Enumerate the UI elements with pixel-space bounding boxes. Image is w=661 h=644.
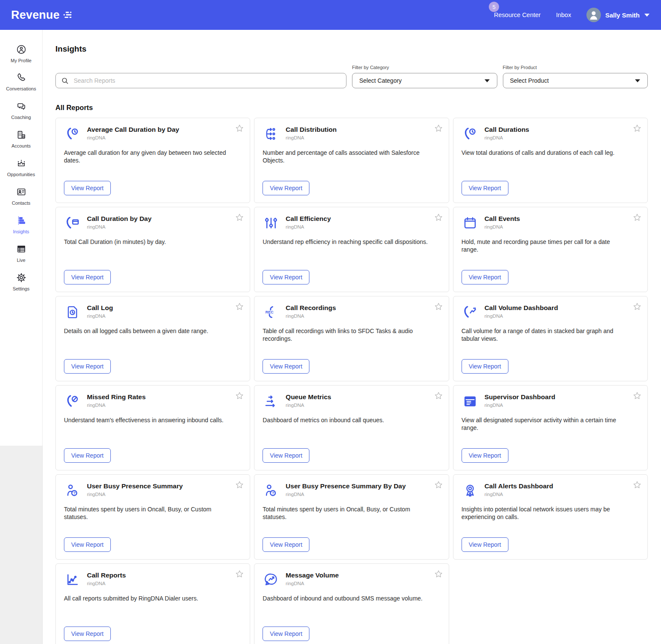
report-title: Supervisor Dashboard	[485, 393, 555, 401]
report-source: ringDNA	[485, 135, 529, 140]
view-report-button[interactable]: View Report	[64, 448, 111, 463]
favorite-star-icon[interactable]	[434, 302, 443, 311]
view-report-button[interactable]: View Report	[462, 181, 508, 195]
report-title: Call Distribution	[286, 126, 337, 134]
favorite-star-icon[interactable]	[632, 480, 642, 490]
favorite-star-icon[interactable]	[632, 302, 642, 311]
sidebar-item-settings[interactable]: Settings	[0, 267, 42, 296]
sidebar-item-label: Contacts	[12, 200, 30, 206]
view-report-button[interactable]: View Report	[263, 627, 309, 641]
report-description: Average call duration for any given day …	[64, 149, 242, 164]
category-select[interactable]: Select Category	[352, 73, 497, 88]
user-name: Sally Smith	[605, 12, 640, 19]
notification-count-badge: 5	[489, 2, 499, 12]
report-source: ringDNA	[87, 224, 152, 229]
inbox-link[interactable]: Inbox	[556, 12, 571, 18]
queue-arrows-icon	[263, 393, 280, 410]
report-title: Call Durations	[485, 126, 529, 134]
sidebar-item-label: Accounts	[12, 143, 31, 148]
page-title: Insights	[55, 44, 648, 54]
favorite-star-icon[interactable]	[235, 480, 244, 490]
report-title: Missed Ring Rates	[87, 393, 146, 401]
crown-icon	[16, 158, 27, 169]
sidebar: My Profile Conversations Coaching Accoun…	[0, 30, 43, 446]
report-card-call-recordings: REC Call Recordings ringDNA Table of cal…	[254, 296, 449, 381]
view-report-button[interactable]: View Report	[263, 181, 309, 195]
report-card-call-durations: Call Durations ringDNA View total durati…	[453, 118, 648, 203]
sidebar-item-contacts[interactable]: Contacts	[0, 182, 42, 210]
brand-mark-icon	[63, 9, 73, 22]
view-report-button[interactable]: View Report	[462, 270, 508, 284]
report-description: Dashboard of inbound and outbound SMS me…	[263, 595, 440, 602]
favorite-star-icon[interactable]	[434, 391, 443, 400]
view-report-button[interactable]: View Report	[462, 537, 508, 552]
report-source: ringDNA	[485, 313, 558, 319]
report-source: ringDNA	[87, 135, 179, 140]
all-reports-heading: All Reports	[55, 104, 648, 112]
user-menu[interactable]: Sally Smith	[586, 8, 650, 22]
report-card-call-alerts-dashboard: Call Alerts Dashboard ringDNA Insights i…	[453, 474, 648, 560]
reports-grid: Average Call Duration by Day ringDNA Ave…	[55, 118, 648, 644]
view-report-button[interactable]: View Report	[263, 359, 309, 374]
line-chart-icon	[64, 571, 81, 588]
favorite-star-icon[interactable]	[235, 391, 244, 400]
view-report-button[interactable]: View Report	[263, 537, 309, 552]
favorite-star-icon[interactable]	[235, 569, 244, 579]
sidebar-item-live[interactable]: Live	[0, 239, 42, 267]
report-description: Table of call recordings with links to S…	[263, 327, 440, 342]
view-report-button[interactable]: View Report	[263, 270, 309, 284]
report-title: Average Call Duration by Day	[87, 126, 179, 134]
favorite-star-icon[interactable]	[434, 124, 443, 133]
sidebar-item-insights[interactable]: Insights	[0, 210, 42, 239]
sidebar-item-opportunities[interactable]: Opportunities	[0, 153, 42, 182]
view-report-button[interactable]: View Report	[64, 537, 111, 552]
favorite-star-icon[interactable]	[235, 124, 244, 133]
report-title: Call Alerts Dashboard	[485, 482, 553, 490]
view-report-button[interactable]: View Report	[64, 270, 111, 284]
report-source: ringDNA	[485, 492, 553, 497]
report-description: Call volume for a range of dates in stac…	[462, 327, 639, 342]
sidebar-item-coaching[interactable]: Coaching	[0, 96, 42, 125]
sliders-icon	[263, 215, 280, 232]
sidebar-item-label: My Profile	[11, 58, 32, 63]
sidebar-item-conversations[interactable]: Conversations	[0, 68, 42, 96]
view-report-button[interactable]: View Report	[462, 359, 508, 374]
favorite-star-icon[interactable]	[632, 391, 642, 400]
search-box	[55, 73, 346, 88]
view-report-button[interactable]: View Report	[64, 181, 111, 195]
category-select-value: Select Category	[359, 77, 402, 84]
view-report-button[interactable]: View Report	[263, 448, 309, 463]
resource-center-link[interactable]: Resource Center	[494, 12, 541, 18]
favorite-star-icon[interactable]	[632, 213, 642, 222]
product-select[interactable]: Select Product	[503, 73, 648, 88]
report-title: Queue Metrics	[286, 393, 331, 401]
sidebar-item-my-profile[interactable]: My Profile	[0, 39, 42, 68]
product-select-value: Select Product	[510, 77, 549, 84]
main-content: Insights Filter by Category Select Categ…	[43, 30, 661, 644]
phone-icon	[16, 73, 26, 83]
report-card-call-volume-dashboard: Call Volume Dashboard ringDNA Call volum…	[453, 296, 648, 381]
sidebar-item-label: Coaching	[11, 115, 31, 120]
phone-trend-icon	[462, 304, 479, 321]
favorite-star-icon[interactable]	[235, 302, 244, 311]
report-description: All call reports submitted by RingDNA Di…	[64, 595, 242, 602]
favorite-star-icon[interactable]	[434, 480, 443, 490]
view-report-button[interactable]: View Report	[64, 627, 111, 641]
chevron-down-icon	[644, 13, 650, 17]
phone-clock-icon	[64, 125, 81, 142]
favorite-star-icon[interactable]	[434, 569, 443, 579]
id-card-icon	[16, 186, 27, 197]
favorite-star-icon[interactable]	[235, 213, 244, 222]
search-input[interactable]	[73, 77, 341, 84]
view-report-button[interactable]: View Report	[462, 448, 508, 463]
sidebar-item-accounts[interactable]: Accounts	[0, 125, 42, 153]
report-card-queue-metrics: Queue Metrics ringDNA Dashboard of metri…	[254, 385, 449, 470]
report-source: ringDNA	[87, 313, 113, 319]
favorite-star-icon[interactable]	[434, 213, 443, 222]
report-source: ringDNA	[286, 492, 406, 497]
buildings-icon	[16, 129, 27, 140]
document-clock-icon	[64, 304, 81, 321]
favorite-star-icon[interactable]	[632, 124, 642, 133]
view-report-button[interactable]: View Report	[64, 359, 111, 374]
revenue-logo[interactable]: Revenue	[11, 9, 73, 22]
